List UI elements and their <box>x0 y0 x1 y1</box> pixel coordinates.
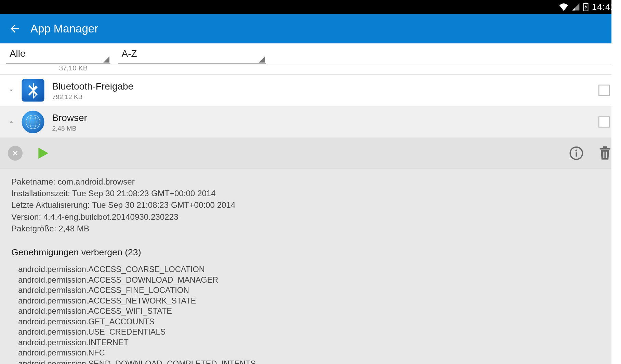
globe-icon <box>22 111 44 133</box>
permission-item: android.permission.ACCESS_DOWNLOAD_MANAG… <box>18 275 610 285</box>
battery-charging-icon <box>583 3 589 11</box>
svg-rect-1 <box>585 3 587 4</box>
app-name: Bluetooth-Freigabe <box>52 81 598 92</box>
permissions-list: android.permission.ACCESS_COARSE_LOCATIO… <box>11 265 610 364</box>
app-row-browser[interactable]: Browser 2,48 MB <box>0 106 621 138</box>
wifi-icon <box>559 3 568 11</box>
info-button[interactable] <box>568 145 584 161</box>
bluetooth-icon <box>22 79 44 102</box>
detail-action-bar <box>0 138 621 168</box>
svg-point-8 <box>576 149 577 151</box>
app-size: 792,12 KB <box>52 93 598 100</box>
app-name: Browser <box>52 112 598 123</box>
label-package: Paketname: <box>11 177 55 186</box>
delete-button[interactable] <box>597 145 613 161</box>
stop-button[interactable] <box>8 146 23 160</box>
filter-category-value: Alle <box>10 48 26 59</box>
partial-size: 37,10 KB <box>59 64 88 72</box>
filter-sort-value: A-Z <box>122 48 137 59</box>
permission-item: android.permission.ACCESS_WIFI_STATE <box>18 306 610 317</box>
value-update: Tue Sep 30 21:08:23 GMT+00:00 2014 <box>92 201 236 210</box>
svg-rect-9 <box>576 152 577 157</box>
page-title: App Manager <box>30 22 98 35</box>
filter-category-dropdown[interactable]: Alle <box>6 44 110 64</box>
permission-item: android.permission.NFC <box>18 348 610 359</box>
app-row-partial: 37,10 KB <box>0 65 621 75</box>
value-version: 4.4.4-eng.buildbot.20140930.230223 <box>43 212 178 221</box>
android-status-bar: 14:42 <box>0 0 621 14</box>
app-bar: App Manager <box>0 14 621 43</box>
label-size: Paketgröße: <box>11 224 56 233</box>
value-package: com.android.browser <box>58 177 135 186</box>
row-checkbox[interactable] <box>598 85 610 96</box>
label-update: Letzte Aktualisierung: <box>11 201 90 210</box>
value-install: Tue Sep 30 21:08:23 GMT+00:00 2014 <box>72 189 216 198</box>
label-version: Version: <box>11 212 41 221</box>
svg-rect-12 <box>606 151 607 158</box>
permission-item: android.permission.ACCESS_COARSE_LOCATIO… <box>18 265 610 275</box>
label-install: Installationszeit: <box>11 189 70 198</box>
permission-item: android.permission.INTERNET <box>18 337 610 348</box>
permissions-toggle[interactable]: Genehmigungen verbergen (23) <box>11 246 610 258</box>
launch-button[interactable] <box>35 146 50 160</box>
permission-item: android.permission.GET_ACCOUNTS <box>18 316 610 327</box>
back-button[interactable] <box>9 23 21 35</box>
app-row-bluetooth[interactable]: Bluetooth-Freigabe 792,12 KB <box>0 75 621 106</box>
permission-item: android.permission.ACCESS_NETWORK_STATE <box>18 296 610 306</box>
chevron-down-icon[interactable] <box>6 86 16 94</box>
app-size: 2,48 MB <box>52 124 598 132</box>
row-checkbox[interactable] <box>598 116 610 127</box>
chevron-up-icon[interactable] <box>6 118 16 126</box>
signal-icon <box>572 3 580 11</box>
filter-sort-dropdown[interactable]: A-Z <box>118 44 266 64</box>
permission-item: android.permission.ACCESS_FINE_LOCATION <box>18 285 610 296</box>
permission-item: android.permission.USE_CREDENTIALS <box>18 327 610 338</box>
permission-item: android.permission.SEND_DOWNLOAD_COMPLET… <box>18 358 610 364</box>
detail-body: Paketname: com.android.browser Installat… <box>0 168 621 364</box>
value-size: 2,48 MB <box>58 224 89 233</box>
filter-bar: Alle A-Z <box>0 43 621 65</box>
svg-rect-11 <box>605 151 605 158</box>
svg-rect-10 <box>603 151 604 158</box>
